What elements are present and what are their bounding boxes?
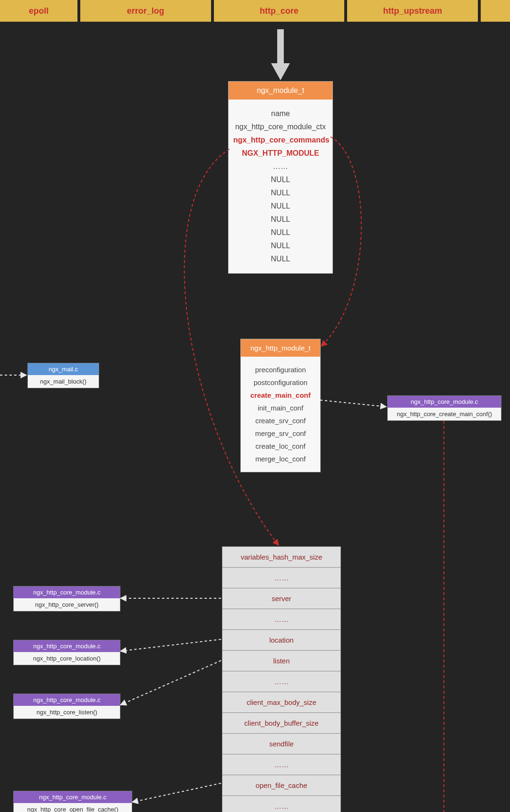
box-header: ngx_module_t [229, 82, 332, 100]
module-field: NULL [233, 239, 328, 252]
tab-error-log[interactable]: error_log [80, 0, 211, 22]
module-field: name [233, 107, 328, 120]
ngx-http-module-t-box: ngx_http_module_t preconfiguration postc… [240, 339, 321, 472]
tab-more[interactable] [481, 0, 510, 22]
smallbox-body: ngx_http_core_location() [14, 652, 120, 665]
box-header: ngx_http_module_t [241, 339, 320, 357]
module-field: NULL [233, 173, 328, 186]
cmd-row: sendfile [222, 734, 340, 754]
cmd-row: open_file_cache [222, 775, 340, 796]
create-main-conf-connector [320, 400, 386, 407]
tab-http-upstream[interactable]: http_upstream [347, 0, 478, 22]
cmd-label: client_max_body_size [246, 698, 316, 706]
open-file-cache-connector [132, 783, 221, 802]
ngx-module-t-box: ngx_module_t name ngx_http_core_module_c… [228, 81, 333, 274]
httpmod-field: merge_srv_conf [245, 427, 316, 440]
module-field: NULL [233, 213, 328, 226]
core-open-file-cache-box: ngx_http_core_module.c ngx_http_core_ope… [13, 791, 132, 812]
location-connector [120, 639, 221, 651]
ngx-mail-box: ngx_mail.c ngx_mail_block() [27, 363, 99, 388]
cmd-label: open_file_cache [255, 781, 307, 789]
cmd-label: client_body_buffer_size [244, 719, 318, 727]
tab-label: http_core [260, 6, 298, 16]
httpmod-field: init_main_conf [245, 402, 316, 414]
core-listen-box: ngx_http_core_module.c ngx_http_core_lis… [13, 694, 120, 719]
box-body: name ngx_http_core_module_ctx ngx_http_c… [229, 100, 332, 273]
httpmod-field: merge_loc_conf [245, 452, 316, 465]
smallbox-header: ngx_http_core_module.c [388, 396, 501, 408]
cmd-label: sendfile [269, 740, 294, 748]
smallbox-body: ngx_http_core_open_file_cache() [14, 803, 132, 812]
tab-http-core[interactable]: http_core [214, 0, 345, 22]
module-field: NULL [233, 252, 328, 266]
cmd-row: …… [222, 609, 340, 630]
cmd-label: …… [274, 678, 289, 686]
cmd-row: …… [222, 568, 340, 588]
create-main-conf-box: ngx_http_core_module.c ngx_http_core_cre… [387, 395, 502, 421]
cmd-row: client_max_body_size [222, 692, 340, 713]
cmd-label: server [272, 594, 291, 603]
smallbox-body: ngx_http_core_server() [14, 598, 120, 611]
cmd-label: …… [274, 574, 289, 582]
smallbox-body: ngx_http_core_create_main_conf() [388, 408, 501, 420]
smallbox-header: ngx_http_core_module.c [14, 640, 120, 652]
tab-label: epoll [29, 6, 49, 16]
cmd-label: listen [273, 657, 289, 665]
module-field-hl: ngx_http_core_commands [233, 134, 328, 147]
httpmod-field-hl: create_main_conf [245, 389, 316, 402]
cmd-row: client_body_buffer_size [222, 713, 340, 734]
box-body: preconfiguration postconfiguration creat… [241, 357, 320, 472]
cmd-row: …… [222, 754, 340, 775]
module-field: …… [233, 160, 328, 173]
core-server-box: ngx_http_core_module.c ngx_http_core_ser… [13, 586, 120, 611]
module-field: NULL [233, 226, 328, 239]
listen-connector [120, 661, 221, 705]
svg-rect-0 [277, 29, 284, 64]
cmd-label: …… [274, 615, 289, 623]
httpmod-field: postconfiguration [245, 376, 316, 389]
cmd-row: …… [222, 796, 340, 812]
module-field: ngx_http_core_module_ctx [233, 120, 328, 134]
cmd-label: …… [274, 802, 289, 810]
cmd-row: server [222, 588, 340, 609]
tab-epoll[interactable]: epoll [0, 0, 77, 22]
cmd-row: listen [222, 651, 340, 671]
cmd-row: …… [222, 671, 340, 692]
commands-table: variables_hash_max_size …… server …… loc… [222, 546, 341, 812]
smallbox-header: ngx_mail.c [28, 363, 99, 375]
entry-arrow-icon [271, 29, 290, 80]
tab-label: error_log [127, 6, 164, 16]
tab-label: http_upstream [383, 6, 442, 16]
cmd-row: location [222, 630, 340, 651]
cmd-label: …… [274, 761, 289, 769]
smallbox-body: ngx_http_core_listen() [14, 706, 120, 719]
httpmod-field: create_srv_conf [245, 414, 316, 427]
smallbox-header: ngx_http_core_module.c [14, 791, 132, 803]
module-field: NULL [233, 200, 328, 213]
cmd-row: variables_hash_max_size [222, 547, 340, 568]
core-location-box: ngx_http_core_module.c ngx_http_core_loc… [13, 640, 120, 665]
tab-bar: epoll error_log http_core http_upstream [0, 0, 510, 22]
httpmod-field: preconfiguration [245, 363, 316, 376]
smallbox-header: ngx_http_core_module.c [14, 694, 120, 706]
module-field-hl: NGX_HTTP_MODULE [233, 147, 328, 160]
cmd-label: location [269, 636, 294, 644]
smallbox-header: ngx_http_core_module.c [14, 586, 120, 598]
module-field: NULL [233, 186, 328, 200]
cmd-label: variables_hash_max_size [241, 553, 323, 561]
httpmod-field: create_loc_conf [245, 440, 316, 452]
smallbox-body: ngx_mail_block() [28, 375, 99, 388]
